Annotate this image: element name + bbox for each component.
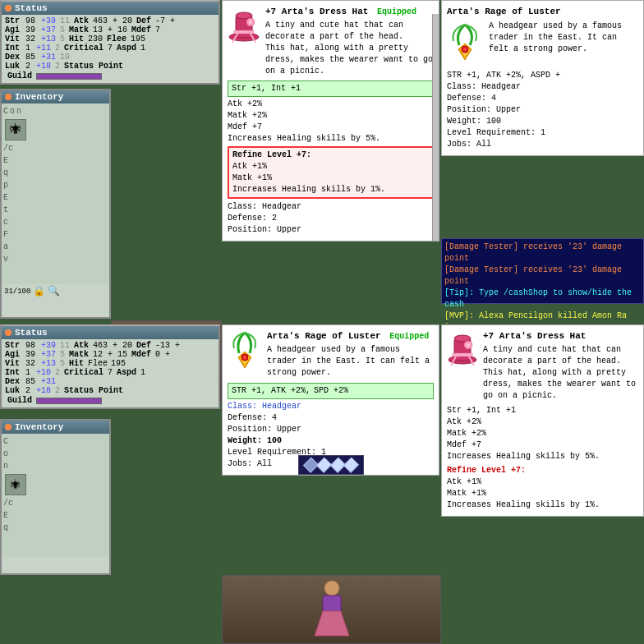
character-display-bottom: [222, 575, 441, 644]
inv-dot-2: [5, 424, 12, 430]
inventory-item-cell-2[interactable]: 🕷: [5, 474, 26, 495]
bottom-status-panel: Status Str 98+39 11 Atk 463 + 20 Def -13…: [0, 324, 220, 409]
rage-tooltip-title: Arta's Rage of Luster: [447, 6, 638, 18]
top-hat-tooltip: +7 Arta's Dress Hat Equipped A tiny and …: [222, 0, 439, 242]
top-rage-tooltip: Arta's Rage of Luster A headgear used by…: [441, 0, 644, 156]
nav-panel: [298, 455, 364, 475]
svg-point-24: [324, 581, 339, 596]
def-label: Def: [136, 16, 152, 25]
svg-point-23: [467, 343, 470, 347]
svg-point-2: [236, 12, 252, 19]
bottom-guild-bar: [36, 398, 102, 404]
guild-row: Guild: [4, 71, 216, 81]
bottom-inventory-panel: Inventory C o n 🕷 /c E q: [0, 419, 111, 575]
bottom-inventory-title: Inventory: [2, 421, 109, 434]
status-dot-2: [5, 329, 12, 336]
str-label: Str: [4, 16, 21, 25]
hat-stats-highlight: Str +1, Int +1: [228, 80, 434, 97]
tooltip-scrollbar[interactable]: [432, 14, 439, 241]
rage-icon: [447, 21, 484, 70]
top-inventory-panel: Inventory C o n 🕷 /c E q p E t c F a v 3…: [0, 89, 111, 319]
svg-point-9: [463, 48, 467, 51]
hat-tooltip-title: +7 Arta's Dress Hat Equipped: [265, 6, 434, 18]
bottom-rage-tooltip: Arta's Rage of Luster Equipped A headgea…: [222, 324, 439, 476]
bottom-hat-tooltip: +7 Arta's Dress Hat A tiny and cute hat …: [441, 324, 644, 517]
svg-point-5: [249, 21, 252, 24]
atk-label: Atk: [73, 16, 90, 25]
status-dot: [5, 5, 12, 12]
refine-highlight: Refine Level +7: Atk +1% Matk +1% Increa…: [228, 146, 434, 199]
inventory-count-row: 31/100 🔒 🔍: [2, 284, 109, 298]
hat-icon-2: [447, 330, 478, 375]
hat-icon: [228, 6, 260, 55]
top-status-panel: Status Str 98+39 11 Atk 463 + 20 Def -7 …: [0, 0, 220, 85]
inventory-item-cell[interactable]: 🕷: [5, 119, 26, 140]
chat-panel: [Damage Tester] receives '23' damage poi…: [441, 238, 644, 304]
inv-dot: [5, 94, 12, 100]
svg-rect-3: [234, 30, 254, 34]
guild-bar: [36, 73, 102, 80]
rage-icon-2: [228, 330, 262, 380]
bottom-hat-title: +7 Arta's Dress Hat: [483, 330, 638, 343]
bottom-guild-row: Guild: [4, 395, 216, 406]
bottom-status-title: Status: [2, 326, 218, 339]
top-status-title: Status: [2, 2, 218, 15]
svg-point-17: [243, 356, 246, 359]
top-inventory-title: Inventory: [2, 90, 109, 104]
svg-rect-21: [453, 353, 472, 356]
nav-diamond-4[interactable]: [343, 458, 359, 473]
rage-stats-highlight: STR +1, ATK +2%, SPD +2%: [228, 383, 434, 399]
